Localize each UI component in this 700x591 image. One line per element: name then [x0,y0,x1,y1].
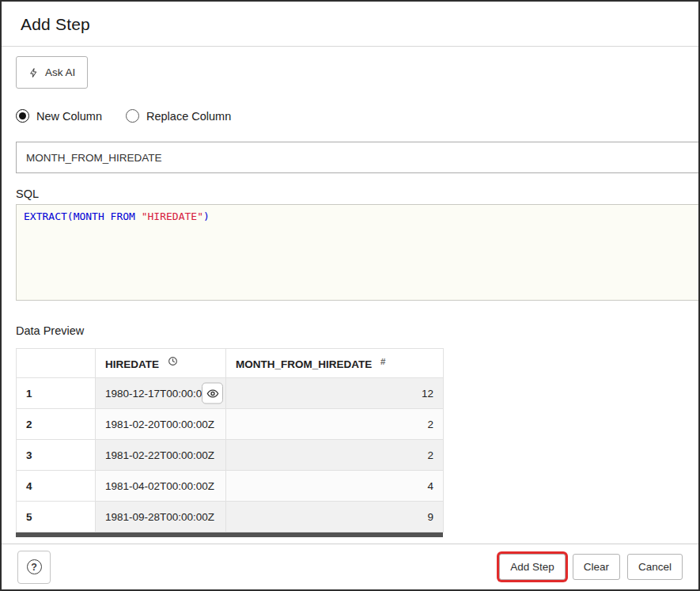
preview-table-body: 11980-12-17T00:00:00Z1221981-02-20T00:00… [17,378,444,532]
month-value-cell: 9 [226,502,444,532]
sql-code-editor[interactable]: EXTRACT(MONTH FROM "HIREDATE") [16,204,698,301]
row-number-column-header [17,349,96,378]
radio-icon [126,109,139,123]
sql-token: MONTH FROM [74,210,142,222]
hiredate-value: 1981-04-02T00:00:00Z [105,480,214,492]
sql-label: SQL [16,188,698,200]
lightning-icon [28,66,39,79]
hiredate-cell: 1980-12-17T00:00:00Z [96,378,226,409]
ask-ai-button[interactable]: Ask AI [16,56,88,89]
table-row: 31981-02-22T00:00:00Z2 [17,440,444,471]
column-mode-radio-group: New Column Replace Column [16,109,698,123]
row-number-cell: 4 [17,471,96,502]
hiredate-cell: 1981-02-20T00:00:00Z [96,409,226,440]
hiredate-cell: 1981-04-02T00:00:00Z [96,471,226,502]
month-column-header: MONTH_FROM_HIREDATE # [226,349,444,378]
hiredate-value: 1980-12-17T00:00:00Z [105,388,214,400]
hiredate-cell: 1981-02-22T00:00:00Z [96,440,226,471]
sql-token: ) [203,210,210,222]
table-row: 41981-04-02T00:00:00Z4 [17,471,444,502]
clear-button[interactable]: Clear [573,554,620,580]
row-number-cell: 2 [17,409,96,440]
dialog-footer: ? Add Step Clear Cancel [2,544,698,589]
radio-icon [16,109,29,123]
table-header-row: HIREDATE MONTH_FROM_HIREDATE # [17,349,444,378]
hiredate-value: 1981-09-28T00:00:00Z [105,511,214,523]
help-icon: ? [27,559,42,574]
ask-ai-label: Ask AI [45,66,75,78]
row-number-cell: 5 [17,502,96,532]
data-preview-table: HIREDATE MONTH_FROM_HIREDATE # 11980-12-… [16,348,444,532]
help-button[interactable]: ? [17,551,51,584]
radio-new-column-label: New Column [36,110,102,123]
hiredate-value: 1981-02-22T00:00:00Z [105,449,214,461]
month-value-cell: 4 [226,471,444,502]
month-value-cell: 2 [226,409,444,440]
table-row: 21981-02-20T00:00:00Z2 [17,409,444,440]
sql-token: "HIREDATE" [142,210,203,222]
data-preview-label: Data Preview [16,324,698,337]
hiredate-cell: 1981-09-28T00:00:00Z [96,502,226,532]
row-number-cell: 1 [17,378,96,409]
row-number-cell: 3 [17,440,96,471]
page-title: Add Step [21,15,679,34]
column-name-input[interactable] [16,142,698,173]
radio-new-column[interactable]: New Column [16,109,102,123]
dialog-body: Ask AI New Column Replace Column SQL EXT… [2,47,698,537]
number-type-icon: # [380,357,385,366]
table-scrollbar[interactable] [16,532,443,537]
month-value-cell: 12 [226,378,444,409]
table-row: 11980-12-17T00:00:00Z12 [17,378,444,409]
hiredate-column-label: HIREDATE [105,358,159,370]
timestamp-type-icon [168,357,178,369]
footer-buttons: Add Step Clear Cancel [499,554,683,580]
radio-replace-column-label: Replace Column [146,110,231,123]
sql-token: EXTRACT( [24,210,74,222]
hiredate-column-header: HIREDATE [96,349,226,378]
add-step-dialog: Add Step Ask AI New Column Replace Colum… [0,0,700,591]
cancel-button[interactable]: Cancel [627,554,683,580]
table-row: 51981-09-28T00:00:00Z9 [17,502,444,532]
add-step-button[interactable]: Add Step [499,554,566,580]
eye-icon [206,387,219,400]
hiredate-value: 1981-02-20T00:00:00Z [105,419,214,430]
eye-icon-button[interactable] [202,383,223,404]
month-column-label: MONTH_FROM_HIREDATE [236,358,372,370]
sql-code-line: EXTRACT(MONTH FROM "HIREDATE") [24,210,691,222]
month-value-cell: 2 [226,440,444,471]
dialog-header: Add Step [2,2,698,46]
radio-replace-column[interactable]: Replace Column [126,109,231,123]
